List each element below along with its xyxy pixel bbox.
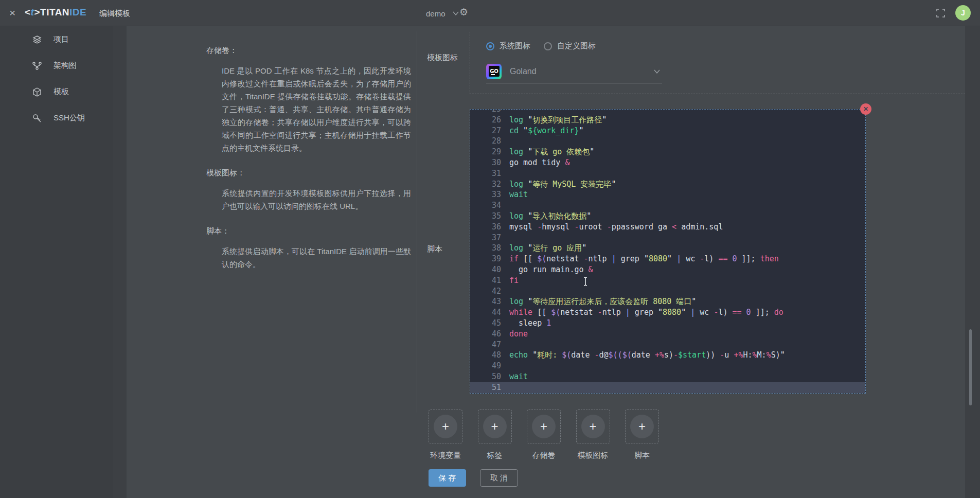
fullscreen-icon[interactable] — [936, 9, 945, 17]
line-number: 37 — [470, 233, 501, 243]
sidebar-item-project[interactable]: 项目 — [0, 26, 113, 52]
line-number: 25 — [470, 109, 501, 115]
add-item-label: 模板图标 — [578, 451, 609, 460]
sidebar-item-label: 架构图 — [54, 61, 77, 70]
line-number: 36 — [470, 222, 501, 233]
code-line-37: 37 — [470, 233, 865, 243]
radio-custom-icon[interactable]: 自定义图标 — [544, 41, 596, 51]
add-tag-button[interactable]: + — [478, 410, 512, 443]
line-content — [501, 168, 509, 179]
avatar[interactable]: J — [955, 5, 971, 21]
line-number: 35 — [470, 211, 501, 222]
line-content: -- — [501, 109, 519, 115]
plus-icon: + — [434, 415, 457, 438]
gear-icon[interactable]: ⚙ — [459, 6, 468, 18]
script-field-label: 脚本 — [427, 244, 442, 254]
key-icon — [32, 113, 42, 123]
line-content: fi — [501, 275, 519, 286]
line-content — [501, 286, 509, 297]
line-content: while [[ $(netstat -ntlp | grep "8080" |… — [501, 307, 783, 318]
line-number: 43 — [470, 296, 501, 307]
plus-icon: + — [483, 415, 507, 438]
close-icon[interactable]: × — [9, 6, 15, 20]
line-content: log "导入初始化数据" — [501, 211, 591, 222]
sidebar-item-template[interactable]: 模板 — [0, 79, 113, 105]
add-template-icon-button[interactable]: + — [576, 410, 610, 443]
add-item-template-icon: +模板图标 — [576, 410, 610, 460]
code-line-41: 41fi — [470, 275, 865, 286]
page-scrollbar[interactable] — [969, 329, 972, 405]
radio-system-icon[interactable]: 系统图标 — [486, 41, 530, 51]
line-number: 31 — [470, 168, 501, 179]
line-content: log "等待 MySQL 安装完毕" — [501, 179, 616, 190]
line-number: 38 — [470, 243, 501, 254]
sidebar: 项目架构图模板SSH公钥 — [0, 26, 113, 498]
add-storage-volume-button[interactable]: + — [527, 410, 561, 443]
line-content: go mod tidy & — [501, 157, 569, 168]
add-item-tag: +标签 — [478, 410, 512, 460]
workspace-dropdown[interactable]: demo — [426, 6, 461, 21]
chevron-down-icon — [453, 11, 459, 15]
code-line-48: 48echo "耗时: $(date -d@$(($(date +%s)-$st… — [470, 350, 865, 361]
icon-select[interactable]: GO Goland — [486, 60, 662, 83]
doc-heading: 脚本： — [206, 226, 411, 236]
line-content: log "运行 go 应用" — [501, 243, 586, 254]
icon-field-label: 模板图标 — [427, 53, 458, 63]
add-item-label: 环境变量 — [430, 451, 461, 460]
line-number: 30 — [470, 157, 501, 168]
code-line-28: 28 — [470, 136, 865, 147]
sidebar-item-ssh-key[interactable]: SSH公钥 — [0, 105, 113, 131]
topbar: × <t>TITANIDE 编辑模板 demo ⚙ J — [0, 0, 980, 26]
icon-select-value: Goland — [510, 67, 646, 76]
line-number: 46 — [470, 329, 501, 340]
line-number: 47 — [470, 340, 501, 350]
code-lines: 25--26log "切换到项目工作路径"27cd "${work_dir}"2… — [470, 109, 865, 393]
sidebar-item-label: 模板 — [54, 87, 69, 97]
line-content — [501, 382, 509, 393]
sidebar-item-architecture[interactable]: 架构图 — [0, 52, 113, 79]
line-number: 33 — [470, 189, 501, 200]
script-editor[interactable]: 25--26log "切换到项目工作路径"27cd "${work_dir}"2… — [470, 109, 866, 394]
doc-column: 存储卷：IDE 是以 POD 工作在 K8s 节点之上的，因此开发环境内修改过文… — [206, 46, 411, 284]
plus-icon: + — [630, 415, 654, 438]
doc-heading: 存储卷： — [206, 46, 411, 56]
code-line-38: 38log "运行 go 应用" — [470, 243, 865, 254]
code-line-32: 32log "等待 MySQL 安装完毕" — [470, 179, 865, 190]
line-number: 45 — [470, 318, 501, 329]
line-number: 27 — [470, 126, 501, 136]
line-number: 44 — [470, 307, 501, 318]
edit-template-screen: × <t>TITANIDE 编辑模板 demo ⚙ J 项目架构图模板SSH公钥… — [0, 0, 980, 498]
add-env-var-button[interactable]: + — [429, 410, 462, 443]
doc-paragraph: 系统提供内置的开发环境模板图标供用户下拉选择，用户也可以输入可以访问的图标在线 … — [206, 187, 411, 212]
cancel-button[interactable]: 取 消 — [480, 469, 518, 487]
line-content: mysql -hmysql -uroot -ppassword ga < adm… — [501, 222, 723, 233]
line-number: 26 — [470, 115, 501, 126]
code-line-35: 35log "导入初始化数据" — [470, 211, 865, 222]
line-number: 49 — [470, 361, 501, 371]
add-item-script: +脚本 — [625, 410, 659, 460]
line-content — [501, 136, 509, 147]
remove-script-button[interactable]: ✕ — [860, 103, 871, 115]
line-content — [501, 340, 509, 350]
sidebar-items: 项目架构图模板SSH公钥 — [0, 26, 113, 131]
radio-selected-icon — [486, 42, 494, 50]
titanide-logo: <t>TITANIDE — [25, 7, 86, 18]
code-line-25: 25-- — [470, 109, 865, 115]
plus-icon: + — [581, 415, 605, 438]
code-line-51: 51 — [470, 382, 865, 393]
line-content — [501, 233, 509, 243]
save-button[interactable]: 保 存 — [429, 469, 466, 487]
code-line-33: 33wait — [470, 189, 865, 200]
line-number: 50 — [470, 371, 501, 382]
line-content: wait — [501, 371, 528, 382]
add-item-storage-volume: +存储卷 — [527, 410, 561, 460]
line-content: echo "耗时: $(date -d@$(($(date +%s)-$star… — [501, 350, 785, 361]
sidebar-item-label: 项目 — [54, 34, 69, 44]
add-script-button[interactable]: + — [625, 410, 659, 443]
radio-unselected-icon — [544, 42, 552, 50]
line-content: log "切换到项目工作路径" — [501, 115, 607, 126]
add-item-label: 脚本 — [634, 451, 650, 460]
add-item-label: 存储卷 — [532, 451, 556, 460]
code-line-39: 39if [[ $(netstat -ntlp | grep "8080" | … — [470, 254, 865, 264]
line-content — [501, 361, 509, 371]
